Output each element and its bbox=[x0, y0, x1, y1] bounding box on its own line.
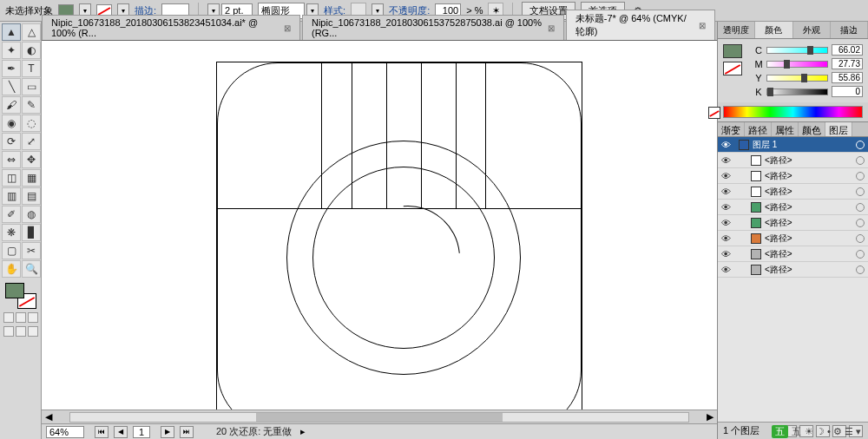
visibility-icon[interactable]: 👁 bbox=[721, 155, 732, 166]
close-icon[interactable]: ⊠ bbox=[699, 21, 706, 30]
pen-tool[interactable]: ✒ bbox=[2, 60, 21, 77]
spectrum-bar[interactable] bbox=[723, 106, 863, 118]
panel-tab-layers[interactable]: 图层 bbox=[825, 122, 852, 136]
visibility-icon[interactable]: 👁 bbox=[721, 249, 732, 259]
panel-tab-layers[interactable]: 渐变 bbox=[718, 122, 745, 136]
fill-color-swatch[interactable] bbox=[5, 283, 24, 298]
target-icon[interactable] bbox=[856, 234, 865, 243]
target-icon[interactable] bbox=[856, 265, 865, 274]
panel-tab[interactable]: 颜色 bbox=[755, 22, 792, 38]
perspective-tool[interactable]: ▦ bbox=[22, 169, 41, 187]
layer-name[interactable]: <路径> bbox=[765, 154, 852, 167]
prev-page-button[interactable]: ◀ bbox=[114, 426, 128, 438]
target-icon[interactable] bbox=[856, 156, 865, 165]
direct-selection-tool[interactable]: △ bbox=[22, 23, 41, 41]
screen-mode-buttons[interactable] bbox=[3, 326, 38, 337]
first-page-button[interactable]: ⏮ bbox=[95, 426, 108, 438]
zoom-tool[interactable]: 🔍 bbox=[22, 260, 41, 278]
target-icon[interactable] bbox=[856, 141, 865, 149]
eraser-tool[interactable]: ◌ bbox=[22, 115, 41, 132]
close-icon[interactable]: ⊠ bbox=[548, 23, 555, 33]
free-transform-tool[interactable]: ✥ bbox=[22, 151, 41, 168]
visibility-icon[interactable]: 👁 bbox=[721, 218, 732, 228]
document-tab[interactable]: Nipic_10673188_20180306153752875038.ai @… bbox=[302, 15, 564, 40]
mesh-tool[interactable]: ▥ bbox=[2, 187, 21, 205]
scale-tool[interactable]: ⤢ bbox=[22, 133, 41, 150]
path-row[interactable]: 👁<路径> bbox=[718, 231, 868, 246]
document-tab[interactable]: Nipic_10673188_20180306153823451034.ai* … bbox=[42, 15, 300, 40]
fill-stroke-swatches[interactable] bbox=[5, 283, 36, 309]
slider-value[interactable]: 66.02 bbox=[832, 44, 863, 56]
path-row[interactable]: 👁<路径> bbox=[718, 262, 868, 278]
document-tab[interactable]: 未标题-7* @ 64% (CMYK/轮廓)⊠ bbox=[566, 10, 715, 40]
layer-name[interactable]: <路径> bbox=[765, 186, 852, 198]
tray-icons[interactable]: ☀ ☽ • ⚙ ☰ ▾ bbox=[805, 426, 861, 437]
paintbrush-tool[interactable]: 🖌 bbox=[2, 96, 21, 114]
target-icon[interactable] bbox=[856, 219, 865, 227]
horizontal-scrollbar[interactable]: ◀ ▶ bbox=[42, 410, 717, 423]
layer-name[interactable]: <路径> bbox=[765, 217, 852, 229]
shape-builder-tool[interactable]: ◫ bbox=[2, 169, 21, 187]
panel-tab-layers[interactable]: 路径 bbox=[745, 122, 772, 136]
target-icon[interactable] bbox=[856, 172, 865, 180]
visibility-icon[interactable]: 👁 bbox=[721, 233, 732, 244]
path-row[interactable]: 👁<路径> bbox=[718, 184, 868, 200]
graph-tool[interactable]: ▊ bbox=[22, 224, 41, 241]
layer-name[interactable]: 图层 1 bbox=[753, 139, 852, 151]
artboard-number[interactable]: 1 bbox=[133, 426, 150, 438]
pencil-tool[interactable]: ✎ bbox=[22, 96, 41, 114]
selection-tool[interactable]: ▲ bbox=[2, 23, 21, 41]
blend-tool[interactable]: ◍ bbox=[22, 206, 41, 223]
slider-bar[interactable] bbox=[766, 88, 828, 95]
target-icon[interactable] bbox=[856, 187, 865, 196]
panel-tab[interactable]: 外观 bbox=[793, 22, 831, 38]
magic-wand-tool[interactable]: ✦ bbox=[2, 42, 21, 59]
width-tool[interactable]: ⇔ bbox=[2, 151, 21, 168]
none-icon[interactable] bbox=[708, 107, 720, 119]
close-icon[interactable]: ⊠ bbox=[284, 23, 291, 33]
layer-name[interactable]: <路径> bbox=[765, 170, 852, 182]
rotate-tool[interactable]: ⟳ bbox=[2, 133, 21, 150]
path-row[interactable]: 👁<路径> bbox=[718, 246, 868, 262]
slice-tool[interactable]: ✂ bbox=[22, 242, 41, 259]
symbol-sprayer-tool[interactable]: ❋ bbox=[2, 224, 21, 241]
color-mode-buttons[interactable] bbox=[3, 312, 38, 323]
layer-name[interactable]: <路径> bbox=[765, 264, 852, 276]
canvas[interactable]: ◀ ▶ bbox=[42, 41, 717, 423]
color-stroke-swatch[interactable] bbox=[723, 62, 742, 75]
path-row[interactable]: 👁<路径> bbox=[718, 153, 868, 168]
panel-tab-layers[interactable]: 属性 bbox=[772, 122, 799, 136]
target-icon[interactable] bbox=[856, 203, 865, 212]
line-tool[interactable]: ╲ bbox=[2, 78, 21, 95]
visibility-icon[interactable]: 👁 bbox=[721, 140, 732, 150]
type-tool[interactable]: T bbox=[22, 60, 41, 77]
last-page-button[interactable]: ⏭ bbox=[180, 426, 194, 438]
visibility-icon[interactable]: 👁 bbox=[721, 187, 732, 197]
ime-badge[interactable]: 五 bbox=[772, 425, 788, 438]
slider-value[interactable]: 27.73 bbox=[832, 58, 863, 69]
artboard-tool[interactable]: ▢ bbox=[2, 242, 21, 259]
visibility-icon[interactable]: 👁 bbox=[721, 202, 732, 213]
lasso-tool[interactable]: ◐ bbox=[22, 42, 41, 59]
hand-tool[interactable]: ✋ bbox=[2, 260, 21, 278]
rectangle-tool[interactable]: ▭ bbox=[22, 78, 41, 95]
visibility-icon[interactable]: 👁 bbox=[721, 265, 732, 275]
target-icon[interactable] bbox=[856, 250, 865, 259]
color-fill-swatch[interactable] bbox=[723, 44, 742, 58]
panel-tab-layers[interactable]: 颜色 bbox=[799, 122, 825, 136]
eyedropper-tool[interactable]: ✐ bbox=[2, 206, 21, 223]
slider-value[interactable]: 0 bbox=[832, 86, 863, 97]
visibility-icon[interactable]: 👁 bbox=[721, 171, 732, 181]
panel-tab[interactable]: 描边 bbox=[831, 22, 868, 38]
gradient-tool[interactable]: ▤ bbox=[22, 187, 41, 205]
zoom-value[interactable]: 64% bbox=[46, 426, 84, 438]
path-row[interactable]: 👁<路径> bbox=[718, 215, 868, 231]
layer-row[interactable]: 👁图层 1 bbox=[718, 137, 868, 153]
slider-bar[interactable] bbox=[766, 61, 828, 68]
next-page-button[interactable]: ▶ bbox=[161, 426, 174, 438]
slider-bar[interactable] bbox=[766, 47, 828, 54]
panel-tab[interactable]: 透明度 bbox=[718, 22, 755, 38]
path-row[interactable]: 👁<路径> bbox=[718, 168, 868, 184]
layer-name[interactable]: <路径> bbox=[765, 201, 852, 213]
slider-bar[interactable] bbox=[766, 75, 828, 82]
